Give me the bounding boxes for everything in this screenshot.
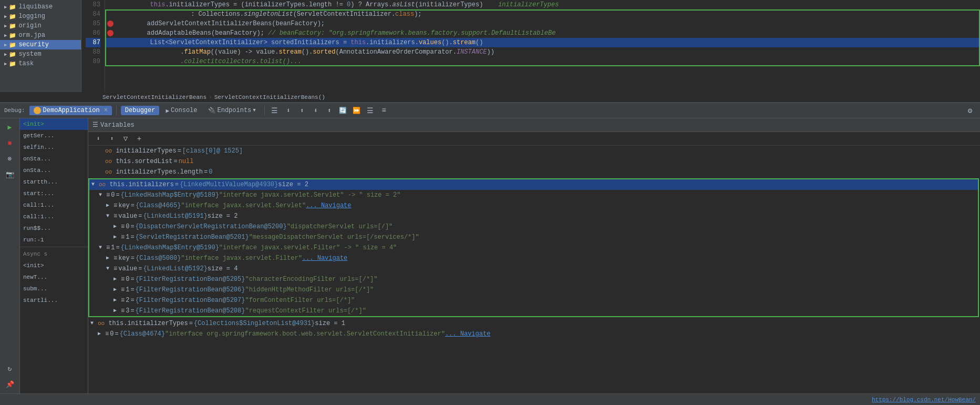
- tree-item-task[interactable]: ▶ 📁 task: [0, 59, 81, 68]
- frame-startth[interactable]: startth...: [20, 176, 88, 188]
- frame-newt[interactable]: newT...: [20, 271, 88, 283]
- expand-icon[interactable]: ▶: [114, 221, 121, 232]
- var-row-filter-3[interactable]: ▶ ≡ 3 = {FilterRegistrationBean@5208} "r…: [89, 306, 978, 316]
- frame-getser[interactable]: getSer...: [20, 130, 88, 141]
- expand-icon[interactable]: ▶: [106, 253, 114, 264]
- resume-btn[interactable]: ▶: [3, 120, 17, 134]
- var-filter-btn[interactable]: ▽: [120, 133, 131, 145]
- restore-layout-btn[interactable]: ↻: [3, 362, 17, 376]
- tree-label: system: [18, 50, 41, 58]
- expand-icon[interactable]: ▼: [91, 179, 99, 190]
- var-row-0-linkedhashmap[interactable]: ▼ ≡ 0 = {LinkedHashMap$Entry@5189} "inte…: [89, 190, 978, 200]
- expand-icon[interactable]: ▶: [114, 306, 121, 316]
- tree-item-origin[interactable]: ▶ 📁 origin: [0, 21, 81, 31]
- expand-icon[interactable]: ▼: [90, 318, 98, 329]
- tree-item-system[interactable]: ▶ 📁 system: [0, 49, 81, 59]
- var-row-dispatcher-servlet[interactable]: ▶ ≡ 0 = {DispatcherServletRegistrationBe…: [89, 221, 978, 232]
- var-row-init-types-length[interactable]: oo initializerTypes.length = 0: [88, 167, 980, 177]
- var-row-initializer-types[interactable]: oo initializerTypes = [class[0]@ 1525]: [88, 146, 980, 156]
- expand-icon[interactable]: ▼: [99, 242, 106, 253]
- code-line-87: List<ServletContextInitializer> sortedIn…: [105, 38, 980, 47]
- tree-item-orm[interactable]: ▶ 📁 orm.jpa: [0, 31, 81, 40]
- expand-icon[interactable]: ▶: [98, 329, 105, 339]
- var-row-filter-0[interactable]: ▶ ≡ 0 = {FilterRegistrationBean@5205} "c…: [89, 274, 978, 285]
- navigate-link[interactable]: ... Navigate: [306, 200, 351, 211]
- var-row-key-filter[interactable]: ▶ ≡ key = {Class@5080} "interface javax.…: [89, 253, 978, 264]
- expand-icon[interactable]: ▶: [114, 295, 121, 306]
- expand-icon[interactable]: ▶: [106, 200, 114, 211]
- breakpoint-85[interactable]: [107, 21, 114, 27]
- grid-view-btn[interactable]: ≡: [378, 105, 390, 116]
- var-row-value-linked-list[interactable]: ▼ ≡ value = {LinkedList@5191} size = 2: [89, 211, 978, 221]
- frame-start[interactable]: start:...: [20, 188, 88, 199]
- navigate-link-2[interactable]: ... Navigate: [302, 253, 347, 264]
- debug-tab[interactable]: DemoApplication ×: [29, 106, 112, 115]
- expand-icon[interactable]: ▼: [99, 190, 106, 200]
- tab-debugger[interactable]: Debugger: [121, 106, 160, 115]
- frame-startli[interactable]: startli...: [20, 295, 88, 306]
- var-row-sorted-list[interactable]: oo this.sortedList = null: [88, 156, 980, 167]
- var-row-1-filter[interactable]: ▼ ≡ 1 = {LinkedHashMap$Entry@5190} "inte…: [89, 242, 978, 253]
- breakpoint-86[interactable]: [107, 30, 114, 36]
- frame-selfin[interactable]: selfin...: [20, 141, 88, 153]
- separator: [116, 106, 117, 115]
- step-over-btn[interactable]: ⬇: [283, 105, 294, 116]
- variables-icon: ☰: [92, 121, 98, 129]
- tree-label: security: [18, 41, 49, 48]
- var-row-filter-1[interactable]: ▶ ≡ 1 = {FilterRegistrationBean@5206} "h…: [89, 285, 978, 295]
- tree-item-liquibase[interactable]: ▶ 📁 liquibase: [0, 2, 81, 12]
- settings-btn[interactable]: ⚙: [964, 105, 976, 116]
- expand-icon[interactable]: ▼: [106, 211, 114, 221]
- tab-console[interactable]: ▶ Console: [161, 106, 201, 115]
- frame-subm[interactable]: subm...: [20, 283, 88, 295]
- var-row-this-init-types[interactable]: ▼ oo this.initializerTypes = {Collection…: [88, 318, 980, 329]
- frame-onsta2[interactable]: onSta...: [20, 165, 88, 176]
- frame-runss[interactable]: run$$...: [20, 222, 88, 234]
- expand-icon[interactable]: ▶: [114, 285, 121, 295]
- close-icon[interactable]: ×: [104, 107, 108, 114]
- pin-tab-btn[interactable]: 📌: [3, 378, 17, 391]
- var-row-message-dispatcher[interactable]: ▶ ≡ 1 = {ServletRegistrationBean@5201} "…: [89, 232, 978, 242]
- var-row-filter-2[interactable]: ▶ ≡ 2 = {FilterRegistrationBean@5207} "f…: [89, 295, 978, 306]
- var-icon: ≡: [121, 295, 125, 306]
- next-btn[interactable]: ⏩: [351, 105, 363, 116]
- frame-list: <init> getSer... selfin... onSta... onSt…: [20, 118, 88, 393]
- var-oo-icon: oo: [99, 179, 106, 190]
- evaluate-btn[interactable]: 🔄: [337, 105, 349, 116]
- frame-init2[interactable]: <init>: [20, 260, 88, 271]
- expand-icon[interactable]: ▼: [106, 264, 114, 274]
- tree-item-security[interactable]: ▶ 📁 security: [0, 40, 81, 49]
- mute-breakpoints-btn[interactable]: ⊗: [3, 152, 17, 166]
- frame-onsta1[interactable]: onSta...: [20, 153, 88, 165]
- csdn-link[interactable]: https://blog.csdn.net/HowBean/: [872, 397, 976, 403]
- show-frames-btn[interactable]: ☰: [269, 105, 281, 116]
- var-row-servlet-context-init[interactable]: ▶ ≡ 0 = {Class@4674} "interface org.spri…: [88, 329, 980, 339]
- var-icon: ≡: [121, 232, 125, 242]
- tree-label: liquibase: [18, 3, 53, 11]
- navigate-link-3[interactable]: ... Navigate: [445, 329, 490, 339]
- tree-item-logging[interactable]: ▶ 📁 logging: [0, 12, 81, 21]
- frame-run-1[interactable]: run:-1: [20, 234, 88, 246]
- frame-call2[interactable]: call:1...: [20, 211, 88, 222]
- endpoints-arrow: ▼: [253, 108, 255, 113]
- step-into-btn[interactable]: ⬆: [296, 105, 308, 116]
- var-up-btn[interactable]: ⬆: [106, 133, 118, 145]
- stop-btn[interactable]: ■: [3, 136, 17, 150]
- frame-call1[interactable]: call:1...: [20, 199, 88, 211]
- var-icon: ≡: [106, 242, 110, 253]
- var-down-btn[interactable]: ⬇: [92, 133, 104, 145]
- var-add-btn[interactable]: +: [133, 133, 145, 145]
- expand-icon[interactable]: ▶: [114, 232, 121, 242]
- var-row-this-initializers[interactable]: ▼ oo this.initializers = {LinkedMultiVal…: [89, 179, 978, 190]
- tab-endpoints[interactable]: 🔌 Endpoints ▼: [204, 106, 260, 116]
- step-out-btn[interactable]: ⬇: [310, 105, 322, 116]
- get-thread-dump-btn[interactable]: 📷: [3, 168, 17, 181]
- list-view-btn[interactable]: ☰: [365, 105, 376, 116]
- var-row-value-filter-list[interactable]: ▼ ≡ value = {LinkedList@5192} size = 4: [89, 264, 978, 274]
- run-to-cursor-btn[interactable]: ⬆: [324, 105, 335, 116]
- var-row-key-servlet[interactable]: ▶ ≡ key = {Class@4665} "interface javax.…: [89, 200, 978, 211]
- expand-icon[interactable]: ▶: [114, 274, 121, 285]
- code-line-86: addAdaptableBeans(beanFactory); // beanF…: [105, 28, 980, 38]
- tree-label: logging: [18, 13, 45, 20]
- frame-init-1[interactable]: <init>: [20, 118, 88, 130]
